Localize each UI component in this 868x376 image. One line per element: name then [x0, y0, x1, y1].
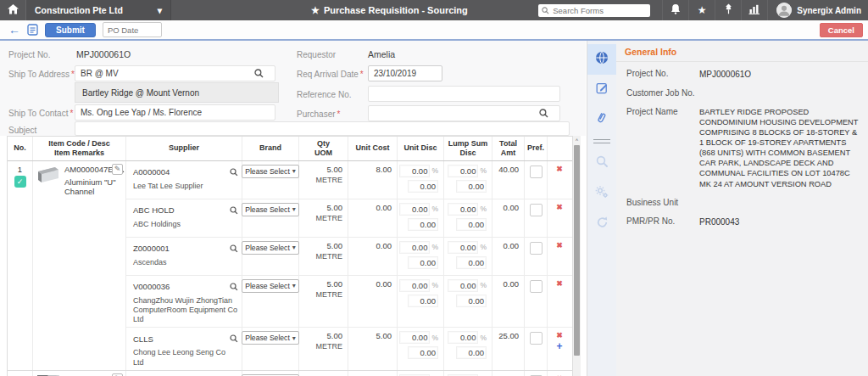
delete-row-icon[interactable]: ✖: [556, 280, 563, 288]
supplier-cell: A0000004Lee Tat Lee Supplier: [126, 371, 242, 376]
tab-attachments[interactable]: [587, 104, 616, 134]
unit-disc-amt-input[interactable]: 0.00: [408, 256, 438, 269]
unit-cost-input[interactable]: 0.00: [353, 203, 392, 212]
supplier-name: Lee Tat Lee Supplier: [133, 182, 238, 191]
lump-sum-disc-amt-input[interactable]: 0.00: [456, 180, 487, 193]
unit-disc-pct-input[interactable]: 0.00: [399, 165, 430, 177]
ship-to-contact-input[interactable]: [75, 104, 275, 121]
delete-row-icon[interactable]: ✖: [556, 166, 563, 173]
supplier-search-icon[interactable]: [230, 279, 238, 295]
add-row-icon[interactable]: +: [556, 341, 562, 351]
home-button[interactable]: [0, 0, 25, 20]
pref-checkbox[interactable]: [530, 332, 542, 345]
row-select-checkbox[interactable]: ✓: [14, 176, 26, 188]
favorite-star-icon[interactable]: ★: [311, 5, 320, 16]
lump-sum-disc-amt-input[interactable]: 0.00: [456, 256, 487, 269]
pref-checkbox[interactable]: [530, 280, 542, 293]
brand-cell: Please Select▾: [242, 161, 299, 199]
back-arrow-button[interactable]: ←: [8, 24, 20, 36]
brand-select[interactable]: Please Select▾: [242, 241, 299, 255]
unit-cost-input[interactable]: 0.00: [353, 241, 392, 250]
tab-settings[interactable]: [587, 178, 616, 209]
unit-disc-pct-input[interactable]: 0.00: [399, 331, 430, 344]
unit-cost-input[interactable]: 8.00: [353, 165, 392, 174]
company-selector[interactable]: Construction Pte Ltd ▾: [25, 0, 171, 20]
submit-button[interactable]: Submit: [45, 23, 96, 37]
delete-row-icon[interactable]: ✖: [556, 204, 563, 211]
panel-project-no-value: MPJ000061O: [699, 69, 860, 80]
supplier-search-icon[interactable]: [230, 331, 238, 346]
tab-edit-notes[interactable]: [587, 75, 616, 104]
brand-select[interactable]: Please Select▾: [242, 165, 299, 178]
delete-row-icon[interactable]: ✖: [556, 332, 563, 340]
export-pdf-icon[interactable]: [27, 24, 38, 36]
search-forms-input[interactable]: [551, 5, 643, 16]
reference-no-input[interactable]: [368, 86, 560, 102]
lump-sum-disc-amt-input[interactable]: 0.00: [456, 346, 487, 359]
unit-disc-amt-input[interactable]: 0.00: [408, 180, 438, 193]
user-menu[interactable]: Synergix Admin: [767, 0, 868, 20]
col-header-total-amt: Total Amt: [492, 137, 525, 160]
unit-disc-amt-input[interactable]: 0.00: [408, 295, 438, 307]
supplier-search-icon[interactable]: [230, 241, 238, 256]
lump-sum-disc-pct-input[interactable]: 0.00: [448, 241, 478, 254]
cancel-button[interactable]: Cancel: [820, 23, 863, 37]
unit-disc-pct-input[interactable]: 0.00: [399, 241, 430, 254]
subject-input[interactable]: [75, 121, 570, 136]
item-code: AM0000047E: [64, 165, 114, 174]
scrollbar-thumb[interactable]: [574, 145, 580, 356]
lump-sum-disc-amt-input[interactable]: 0.00: [456, 218, 487, 231]
pref-checkbox[interactable]: [530, 242, 542, 255]
lump-sum-disc-amt-input[interactable]: 0.00: [456, 295, 487, 307]
notifications-button[interactable]: [662, 0, 688, 20]
gears-icon: [595, 185, 609, 202]
address-suggestion-item[interactable]: Bartley Ridge @ Mount Vernon: [75, 82, 279, 103]
col-header-pref: Pref.: [525, 137, 548, 160]
unit-cost-cell: 8.00: [348, 161, 398, 199]
qty-value: 5.00: [304, 203, 342, 212]
pref-checkbox[interactable]: [530, 204, 542, 216]
req-arrival-date-input[interactable]: [368, 65, 442, 81]
lump-sum-disc-pct-input[interactable]: 0.00: [448, 203, 478, 216]
pinned-button[interactable]: [715, 0, 741, 20]
brand-select[interactable]: Please Select▾: [242, 279, 299, 293]
unit-disc-amt-input[interactable]: 0.00: [408, 218, 438, 231]
col-header-actions: [548, 137, 571, 160]
unit-cost-input[interactable]: 0.00: [353, 279, 392, 289]
topbar-right-cluster: ★ Synergix Admin: [538, 0, 868, 20]
line-no-cell: 1✓: [8, 161, 33, 370]
total-amt-cell: 0.00: [492, 238, 525, 275]
unit-cost-cell: 0.00: [348, 199, 398, 237]
unit-cost-input[interactable]: 5.00: [353, 331, 392, 340]
unit-disc-amt-input[interactable]: 0.00: [408, 346, 438, 359]
supplier-search-icon[interactable]: [230, 203, 238, 218]
lump-sum-disc-pct-input[interactable]: 0.00: [448, 331, 478, 344]
lump-sum-disc-pct-input[interactable]: 0.00: [448, 279, 478, 292]
percent-label: %: [431, 334, 438, 342]
lump-sum-disc-pct-input[interactable]: 0.00: [448, 165, 478, 177]
supplier-row: V0000036ChangZhou Wujin ZhongTian Comput…: [126, 276, 572, 328]
supplier-code: ABC HOLD: [133, 205, 175, 215]
brand-select[interactable]: Please Select▾: [242, 203, 299, 216]
ship-to-address-search-icon[interactable]: [254, 69, 264, 78]
tab-general-info[interactable]: [587, 44, 616, 75]
unit-disc-pct-input[interactable]: 0.00: [399, 203, 430, 216]
row-actions-cell: ✖: [548, 371, 571, 376]
brand-select[interactable]: Please Select▾: [242, 331, 299, 345]
purchaser-search-icon[interactable]: [539, 109, 548, 118]
item-edit-icon[interactable]: ✎: [112, 164, 123, 175]
table-scrollbar[interactable]: ˄: [573, 136, 581, 376]
purchaser-input[interactable]: [368, 105, 560, 121]
po-date-input[interactable]: [103, 22, 162, 37]
tab-price-search[interactable]: [587, 149, 616, 178]
scroll-up-arrow[interactable]: ˄: [573, 136, 581, 144]
favorites-button[interactable]: ★: [688, 0, 715, 20]
ship-to-address-input[interactable]: [75, 65, 275, 81]
dashboard-button[interactable]: [741, 0, 767, 20]
unit-disc-pct-input[interactable]: 0.00: [399, 279, 430, 292]
tab-history[interactable]: [587, 209, 616, 239]
pref-checkbox[interactable]: [530, 166, 542, 178]
purchase-requisition-sourcing-page: Construction Pte Ltd ▾ ★ Purchase Requis…: [0, 0, 868, 376]
supplier-search-icon[interactable]: [230, 165, 238, 180]
delete-row-icon[interactable]: ✖: [556, 242, 563, 250]
